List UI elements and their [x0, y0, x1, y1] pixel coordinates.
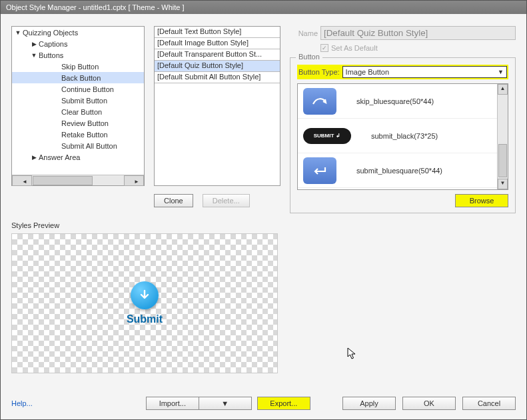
expand-icon: ▶ [31, 41, 37, 47]
collapse-icon: ▼ [31, 52, 37, 59]
name-input [320, 26, 516, 40]
import-button[interactable]: Import... [146, 397, 199, 410]
tree-node-retake-button[interactable]: Retake Button [12, 129, 144, 140]
styles-preview-label: Styles Preview [11, 221, 516, 229]
submit-preview-icon [131, 281, 159, 309]
tree-node-skip-button[interactable]: Skip Button [12, 61, 144, 72]
tree-label: Captions [37, 40, 67, 48]
tree-label: Clear Button [60, 108, 102, 116]
button-group-legend: Button [296, 53, 322, 61]
export-button[interactable]: Export... [257, 397, 310, 410]
object-style-manager-window: Object Style Manager - untitled1.cptx [ … [0, 0, 527, 420]
image-list-scrollbar[interactable]: ▲ ▼ [497, 84, 508, 189]
content-area: ▼ Quizzing Objects ▶ Captions ▼ Buttons … [1, 15, 526, 419]
submit-preview-text: Submit [127, 313, 163, 325]
image-option[interactable]: submit_bluesquare(50*44) [298, 153, 497, 188]
button-type-dropdown[interactable]: Image Button ▼ [342, 66, 507, 78]
tree-node-quizzing-objects[interactable]: ▼ Quizzing Objects [12, 27, 144, 38]
cancel-button[interactable]: Cancel [462, 397, 516, 410]
name-label: Name [290, 29, 318, 37]
style-item[interactable]: [Default Submit All Button Style] [155, 72, 280, 83]
thumb-text: SUBMIT [314, 133, 334, 139]
image-option-label: submit_black(73*25) [371, 132, 438, 140]
tree-label: Back Button [60, 74, 101, 82]
style-item[interactable]: [Default Transparent Button St... [155, 49, 280, 61]
tree-label: Quizzing Objects [21, 29, 78, 37]
bottom-bar: Help... Import... ▼ Export... Apply OK C… [11, 397, 516, 410]
tree-label: Answer Area [37, 153, 80, 161]
scroll-down-icon[interactable]: ▼ [498, 179, 508, 189]
scroll-up-icon[interactable]: ▲ [498, 84, 508, 95]
tree-label: Buttons [37, 51, 63, 59]
styles-preview: Submit [11, 233, 278, 373]
browse-button[interactable]: Browse [455, 194, 508, 207]
style-item[interactable]: [Default Text Button Style] [155, 27, 280, 38]
style-item[interactable]: [Default Image Button Style] [155, 38, 280, 49]
tree-node-buttons[interactable]: ▼ Buttons [12, 49, 144, 61]
skip-icon [303, 88, 336, 115]
tree-label: Continue Button [60, 85, 114, 93]
submit-black-icon: SUBMIT↲ [303, 128, 351, 144]
scroll-thumb[interactable] [498, 144, 507, 177]
tree-node-captions[interactable]: ▶ Captions [12, 38, 144, 49]
tree-label: Submit All Button [60, 142, 117, 150]
tree-hscrollbar[interactable]: ◄ ► [12, 175, 144, 185]
window-title: Object Style Manager - untitled1.cptx [ … [1, 1, 526, 14]
tree-node-review-button[interactable]: Review Button [12, 117, 144, 129]
tree-node-continue-button[interactable]: Continue Button [12, 83, 144, 95]
tree-node-answer-area[interactable]: ▶ Answer Area [12, 151, 144, 163]
image-button-list: skip_bluesquare(50*44) SUBMIT↲ submit_bl… [297, 83, 508, 190]
expand-icon: ▶ [31, 154, 37, 161]
image-option[interactable]: SUBMIT↲ submit_black(73*25) [298, 119, 497, 153]
tree-node-submit-button[interactable]: Submit Button [12, 95, 144, 106]
mouse-cursor-icon [347, 347, 358, 361]
tree-label: Review Button [60, 119, 109, 127]
image-option[interactable]: skip_bluesquare(50*44) [298, 84, 497, 119]
submit-blue-icon [303, 157, 336, 184]
chevron-down-icon: ▼ [498, 69, 504, 75]
button-type-value: Image Button [346, 68, 389, 76]
object-tree: ▼ Quizzing Objects ▶ Captions ▼ Buttons … [11, 26, 145, 186]
tree-node-back-button[interactable]: Back Button [12, 72, 144, 83]
scroll-thumb[interactable] [33, 176, 93, 185]
button-group: Button Button Type: Image Button ▼ [290, 57, 516, 213]
help-link[interactable]: Help... [11, 399, 33, 407]
scroll-right-icon[interactable]: ► [124, 175, 144, 186]
button-type-label: Button Type: [298, 68, 340, 76]
image-option-label: skip_bluesquare(50*44) [356, 97, 434, 105]
scroll-left-icon[interactable]: ◄ [12, 175, 32, 186]
set-default-label: Set As Default [331, 44, 378, 52]
ok-button[interactable]: OK [402, 397, 456, 410]
tree-node-clear-button[interactable]: Clear Button [12, 106, 144, 117]
import-dropdown-icon[interactable]: ▼ [199, 397, 252, 410]
delete-button: Delete... [203, 194, 250, 207]
style-item-selected[interactable]: [Default Quiz Button Style] [155, 61, 280, 72]
apply-button[interactable]: Apply [342, 397, 396, 410]
tree-node-submit-all-button[interactable]: Submit All Button [12, 140, 144, 151]
collapse-icon: ▼ [15, 29, 21, 36]
tree-label: Retake Button [60, 131, 108, 139]
clone-button[interactable]: Clone [154, 194, 193, 207]
image-option-label: submit_bluesquare(50*44) [356, 167, 442, 175]
set-default-checkbox: ✓ [320, 44, 328, 52]
tree-label: Submit Button [60, 97, 107, 105]
tree-label: Skip Button [60, 63, 99, 71]
style-list: [Default Text Button Style] [Default Ima… [154, 26, 280, 186]
